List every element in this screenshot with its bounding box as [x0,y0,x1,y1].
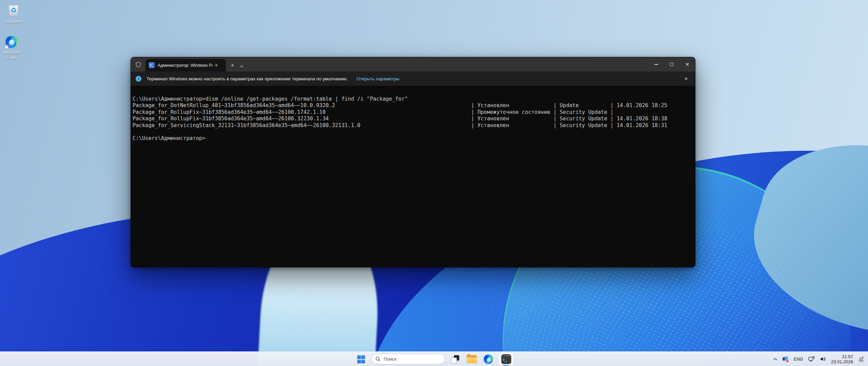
volume-icon[interactable] [820,357,826,362]
search-icon [376,357,381,362]
close-button[interactable]: ✕ [679,57,695,72]
new-tab-button[interactable]: + [231,62,234,68]
banner-close-icon[interactable]: ✕ [682,75,690,83]
desktop-icon-label: Корзина [3,19,24,24]
start-button[interactable] [355,353,368,366]
terminal-tab[interactable]: >_ Администратор: Windows Po ✕ [145,59,226,72]
desktop-icon-label: Microsoft Edge [1,50,22,60]
window-titlebar[interactable]: >_ Администратор: Windows Po ✕ + ✕ [131,57,695,72]
shortcut-arrow-icon [5,45,8,49]
tab-close-icon[interactable]: ✕ [213,62,220,69]
windows-logo-icon [357,355,365,363]
edge-icon [5,35,18,49]
maximize-button[interactable] [664,57,679,72]
terminal-output[interactable]: C:\Users\Администратор>dism /online /get… [131,86,695,267]
edge-icon [484,354,493,364]
terminal-line: C:\Users\Администратор> [133,135,694,142]
minimize-button[interactable] [648,57,664,72]
powershell-icon: >_ [149,62,155,68]
language-indicator[interactable]: ENG [794,357,803,362]
search-input[interactable] [384,357,435,362]
notification-bell-dnd-icon[interactable]: z z [858,356,865,362]
tray-app-icon[interactable] [783,357,789,362]
default-terminal-banner: i Терминал Windows можно настроить в пар… [131,72,695,86]
svg-text:z: z [861,358,862,360]
tab-dropdown-icon[interactable] [240,65,244,68]
open-settings-link[interactable]: Открыть параметры [357,76,399,81]
terminal-line: Package_for_RollupFix~31bf3856ad364e35~a… [133,116,694,122]
desktop: ♻ Корзина Microsoft Edge >_ Администрато… [0,0,868,366]
taskbar-search[interactable] [371,354,445,364]
tab-title: Администратор: Windows Po [158,63,213,68]
clock-time: 21:57 [831,354,853,359]
tray-chevron-up-icon[interactable] [773,358,777,361]
recycle-bin-icon: ♻ [7,4,20,18]
file-explorer-icon [467,355,477,363]
file-explorer-button[interactable] [466,353,478,366]
terminal-line: Package_for_ServicingStack_32131~31bf385… [133,122,694,129]
clock-date: 23.01.2026 [831,359,853,364]
taskbar: >_ ENG [0,351,868,366]
windows-terminal-icon: >_ [501,354,511,364]
terminal-window: >_ Администратор: Windows Po ✕ + ✕ i Тер… [131,57,695,267]
terminal-line: Package_for_DotNetRollup_481~31bf3856ad3… [133,102,694,109]
desktop-icon-recycle-bin[interactable]: ♻ Корзина [3,4,24,24]
terminal-app-button[interactable]: >_ [499,352,514,366]
taskbar-clock[interactable]: 21:57 23.01.2026 [831,354,853,364]
terminal-line: C:\Users\Администратор>dism /online /get… [133,96,694,102]
banner-message: Терминал Windows можно настроить в парам… [146,76,348,81]
admin-shield-icon [135,62,141,68]
desktop-icon-edge[interactable]: Microsoft Edge [1,35,22,60]
terminal-line [133,129,694,135]
network-icon[interactable] [808,356,815,362]
terminal-line: Package_for_RollupFix~31bf3856ad364e35~a… [133,109,694,116]
info-icon: i [136,76,141,82]
svg-text:z: z [863,356,864,358]
task-view-icon [451,355,460,364]
task-view-button[interactable] [449,353,462,366]
edge-button[interactable] [482,353,495,366]
